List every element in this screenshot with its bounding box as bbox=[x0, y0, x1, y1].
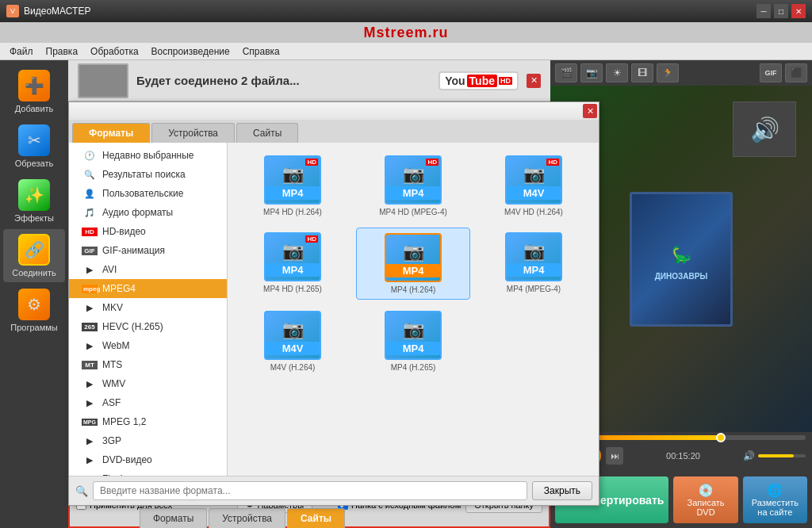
format-dialog: ✕ Форматы Устройства Сайты 🕐 Недавно выб… bbox=[68, 101, 599, 506]
menu-process[interactable]: Обработка bbox=[84, 44, 145, 59]
format-item-m4v[interactable]: 📷 M4V M4V (H.264) bbox=[236, 306, 350, 377]
list-item-mkv[interactable]: ▶ MKV bbox=[69, 298, 227, 317]
wmv-label: WMV bbox=[102, 378, 125, 389]
mkv-label: MKV bbox=[102, 302, 123, 313]
format-label: MP4 HD (H.264) bbox=[263, 208, 322, 216]
web-button[interactable]: 🌐 Разместить на сайте bbox=[743, 476, 807, 523]
mpeg12-label: MPEG 1,2 bbox=[102, 416, 146, 427]
cam-icon: 📷 bbox=[523, 164, 545, 185]
format-dialog-close-button[interactable]: ✕ bbox=[583, 104, 597, 118]
hd-icon: HD bbox=[82, 228, 98, 236]
nav-tab-sites[interactable]: Сайты bbox=[287, 508, 345, 528]
list-item-wmv[interactable]: ▶ WMV bbox=[69, 374, 227, 393]
next-button[interactable]: ⏭ bbox=[606, 447, 623, 465]
tab-sites[interactable]: Сайты bbox=[236, 123, 298, 143]
you-text: You bbox=[445, 75, 465, 87]
title-bar-controls: ─ □ ✕ bbox=[756, 4, 806, 18]
dialog-title: Будет соединено 2 файла... bbox=[136, 74, 431, 87]
format-label: M4V HD (H.264) bbox=[504, 208, 563, 216]
list-item-mpeg4[interactable]: mpeg MPEG4 bbox=[69, 279, 227, 298]
format-item-mp4-h264-hd[interactable]: HD 📷 MP4 MP4 HD (H.264) bbox=[236, 151, 350, 221]
toolbar-icon-run[interactable]: 🏃 bbox=[657, 63, 679, 82]
sidebar-add[interactable]: ➕ Добавить bbox=[3, 65, 65, 118]
list-item-audio[interactable]: 🎵 Аудио форматы bbox=[69, 203, 227, 222]
tab-devices[interactable]: Устройства bbox=[151, 123, 235, 143]
list-item-webm[interactable]: ▶ WebM bbox=[69, 336, 227, 355]
speaker-icon-area: 🔊 bbox=[733, 101, 796, 157]
list-item-gif[interactable]: GIF GIF-анимация bbox=[69, 241, 227, 260]
close-dialog-button[interactable]: Закрыть bbox=[532, 481, 592, 500]
web-label: Разместить bbox=[752, 498, 799, 507]
sidebar-effects[interactable]: ✨ Эффекты bbox=[3, 174, 65, 228]
list-item-dvd[interactable]: ▶ DVD-видео bbox=[69, 450, 227, 469]
list-item-hd[interactable]: HD HD-видео bbox=[69, 222, 227, 241]
list-item-asf[interactable]: ▶ ASF bbox=[69, 393, 227, 412]
dialog-thumbnail bbox=[78, 63, 128, 98]
minimize-button[interactable]: ─ bbox=[756, 4, 771, 18]
list-item-custom[interactable]: 👤 Пользовательские bbox=[69, 184, 227, 203]
menu-file[interactable]: Файл bbox=[3, 44, 40, 59]
toolbar-icon-gif[interactable]: GIF bbox=[760, 63, 782, 82]
format-badge: MP4 bbox=[386, 186, 440, 200]
sidebar-programs[interactable]: ⚙ Программы bbox=[3, 284, 65, 337]
format-thumb-mp4-h264-sel: 📷 MP4 bbox=[385, 233, 442, 282]
menu-edit[interactable]: Правка bbox=[40, 44, 85, 59]
volume-slider[interactable] bbox=[758, 454, 806, 457]
mpeg4-label: MPEG4 bbox=[102, 283, 136, 294]
format-badge: MP4 bbox=[386, 264, 440, 277]
youtube-badge: YouTubeHD bbox=[439, 71, 519, 90]
list-item-3gp[interactable]: ▶ 3GP bbox=[69, 431, 227, 450]
mkv-icon: ▶ bbox=[82, 303, 98, 313]
nav-tab-formats[interactable]: Форматы bbox=[140, 508, 207, 528]
toolbar-icon-film[interactable]: 🎬 bbox=[555, 63, 577, 82]
list-item-avi[interactable]: ▶ AVI bbox=[69, 260, 227, 279]
list-item-mpeg12[interactable]: MPG MPEG 1,2 bbox=[69, 412, 227, 431]
format-grid: HD 📷 MP4 MP4 HD (H.264) HD 📷 MP4 MP4 HD … bbox=[228, 143, 599, 476]
webm-icon: ▶ bbox=[82, 341, 98, 351]
asf-icon: ▶ bbox=[82, 398, 98, 408]
dialog-close-button[interactable]: ✕ bbox=[527, 74, 541, 88]
hd-tag: HD bbox=[546, 159, 559, 166]
web-label2: на сайте bbox=[757, 507, 792, 517]
volume-icon: 🔊 bbox=[743, 450, 755, 461]
join-label: Соединить bbox=[12, 268, 56, 277]
format-item-m4v-hd[interactable]: HD 📷 M4V M4V HD (H.264) bbox=[477, 151, 591, 221]
list-item-search[interactable]: 🔍 Результаты поиска bbox=[69, 165, 227, 184]
format-label: MP4 HD (MPEG-4) bbox=[379, 208, 447, 216]
format-item-mp4-h265-hd[interactable]: HD 📷 MP4 MP4 HD (H.265) bbox=[236, 228, 350, 300]
title-bar-left: V ВидеоМАСТЕР bbox=[6, 5, 90, 17]
cam-icon: 📷 bbox=[403, 164, 424, 185]
list-item-recent[interactable]: 🕐 Недавно выбранные bbox=[69, 146, 227, 165]
list-item-hevc[interactable]: 265 HEVC (H.265) bbox=[69, 317, 227, 336]
menu-help[interactable]: Справка bbox=[236, 44, 286, 59]
format-search-input[interactable] bbox=[93, 481, 527, 500]
tab-formats[interactable]: Форматы bbox=[72, 123, 150, 143]
app-icon: V bbox=[6, 5, 19, 17]
dvd-button[interactable]: 💿 Записать DVD bbox=[673, 476, 737, 523]
format-item-mp4-h264[interactable]: 📷 MP4 MP4 (H.264) bbox=[356, 228, 470, 300]
toolbar-icons-right: GIF ⬛ bbox=[760, 63, 807, 82]
menu-playback[interactable]: Воспроизведение bbox=[145, 44, 236, 59]
progress-handle[interactable] bbox=[716, 433, 726, 442]
add-label: Добавить bbox=[15, 104, 54, 113]
format-badge: MP4 bbox=[266, 186, 320, 200]
main-layout: ➕ Добавить ✂ Обрезать ✨ Эффекты 🔗 Соедин… bbox=[0, 60, 812, 528]
programs-icon: ⚙ bbox=[18, 289, 50, 320]
toolbar-icon-brightness[interactable]: ☀ bbox=[606, 63, 628, 82]
format-badge: MP4 bbox=[266, 263, 320, 277]
nav-tab-devices[interactable]: Устройства bbox=[209, 508, 285, 528]
sidebar-join[interactable]: 🔗 Соединить bbox=[3, 229, 65, 282]
sidebar-cut[interactable]: ✂ Обрезать bbox=[3, 120, 65, 173]
format-item-mp4-mpeg4[interactable]: 📷 MP4 MP4 (MPEG-4) bbox=[477, 228, 591, 300]
close-button[interactable]: ✕ bbox=[791, 4, 806, 18]
list-item-flash[interactable]: ▶ Flash-видео bbox=[69, 469, 227, 476]
cut-icon: ✂ bbox=[18, 124, 50, 156]
hd-badge: HD bbox=[499, 77, 512, 85]
format-item-mp4-mpeg4-hd[interactable]: HD 📷 MP4 MP4 HD (MPEG-4) bbox=[356, 151, 470, 221]
list-item-mts[interactable]: MT MTS bbox=[69, 355, 227, 374]
toolbar-icon-film2[interactable]: 🎞 bbox=[631, 63, 653, 82]
maximize-button[interactable]: □ bbox=[774, 4, 788, 18]
toolbar-icon-fullscreen[interactable]: ⬛ bbox=[785, 63, 807, 82]
toolbar-icon-camera[interactable]: 📷 bbox=[580, 63, 603, 82]
format-item-mp4-h265[interactable]: 📷 MP4 MP4 (H.265) bbox=[356, 306, 470, 377]
